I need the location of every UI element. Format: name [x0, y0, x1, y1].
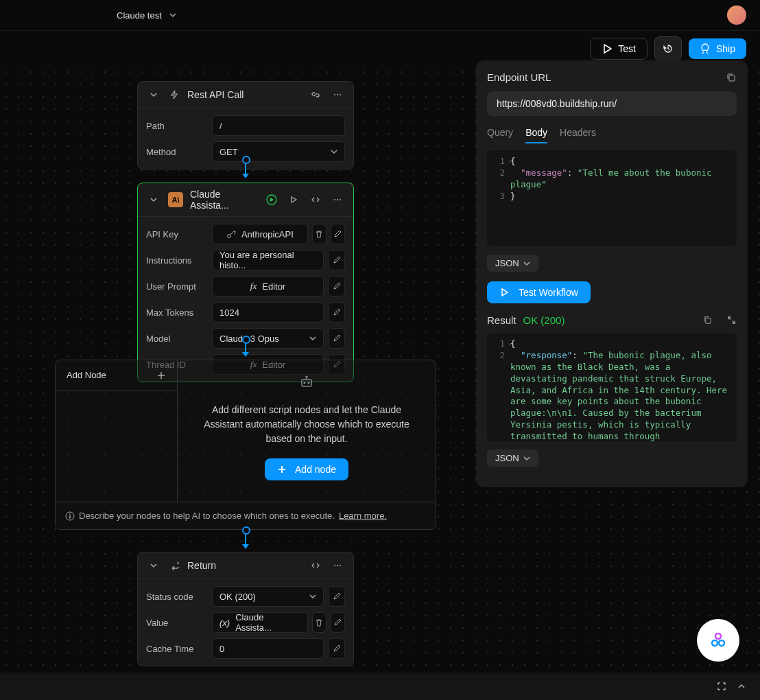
plus-icon [277, 465, 287, 474]
history-button[interactable] [654, 36, 682, 61]
connector [245, 339, 246, 355]
project-title-dropdown[interactable]: Claude test [14, 10, 178, 21]
ship-button[interactable]: Ship [689, 38, 746, 59]
chevron-down-icon [523, 260, 530, 267]
svg-point-15 [340, 565, 341, 566]
edit-icon[interactable] [328, 328, 345, 349]
connector [245, 159, 246, 177]
path-input[interactable]: / [212, 115, 345, 136]
learn-more-link[interactable]: Learn more. [339, 511, 387, 521]
status-select[interactable]: OK (200) [212, 586, 324, 607]
max-tokens-input[interactable]: 1024 [212, 302, 324, 323]
status-label: Status code [146, 592, 206, 602]
edit-icon[interactable] [328, 586, 345, 607]
svg-point-13 [334, 565, 335, 566]
collapse-icon[interactable] [146, 558, 161, 573]
user-prompt-label: User Prompt [146, 281, 206, 292]
run-filled-icon[interactable] [264, 192, 279, 207]
chevron-down-icon [167, 10, 178, 21]
svg-point-8 [227, 235, 230, 238]
more-icon[interactable] [330, 87, 345, 102]
svg-point-0 [334, 94, 335, 95]
play-icon [602, 43, 613, 54]
chevron-down-icon [309, 335, 316, 342]
add-node-header[interactable]: Add Node [56, 360, 177, 390]
delete-icon[interactable] [312, 612, 326, 633]
svg-rect-17 [706, 318, 711, 324]
edit-icon[interactable] [328, 250, 345, 270]
chevron-up-icon[interactable] [737, 681, 746, 691]
return-icon [168, 559, 180, 572]
model-select[interactable]: Claude 3 Opus [212, 328, 324, 349]
rocket-icon [700, 43, 711, 54]
var-icon: (x) [219, 618, 230, 628]
tab-headers[interactable]: Headers [560, 127, 596, 143]
history-icon [663, 43, 674, 54]
path-label: Path [146, 121, 206, 131]
value-label: Value [146, 618, 206, 628]
edit-icon[interactable] [328, 276, 345, 296]
more-icon[interactable] [330, 558, 345, 573]
copy-icon[interactable] [702, 315, 713, 325]
api-key-field[interactable]: AnthropicAPI [212, 224, 308, 244]
play-icon[interactable] [286, 192, 301, 207]
expand-icon[interactable] [726, 315, 737, 325]
cache-input[interactable]: 0 [212, 638, 324, 659]
code-icon[interactable] [308, 558, 323, 573]
tab-body[interactable]: Body [525, 127, 547, 143]
body-format-select[interactable]: JSON [487, 255, 538, 272]
tab-query[interactable]: Query [487, 127, 513, 143]
lightning-icon [168, 89, 180, 101]
svg-point-5 [334, 199, 335, 200]
cache-label: Cache Time [146, 644, 206, 654]
svg-point-10 [304, 382, 306, 384]
test-button[interactable]: Test [590, 38, 648, 60]
fullscreen-icon[interactable] [716, 681, 727, 692]
collapse-icon[interactable] [146, 87, 161, 102]
svg-point-11 [308, 382, 310, 384]
endpoint-url-value[interactable]: https://008vd0.buildship.run/ [487, 91, 737, 116]
node-title: Return [187, 560, 301, 571]
play-icon [499, 288, 509, 297]
request-body-editor[interactable]: 1⌄{ 2 "message": "Tell me about the bubo… [487, 150, 737, 246]
endpoint-url-label: Endpoint URL [487, 71, 551, 83]
add-node-button[interactable]: Add node [265, 458, 348, 480]
result-viewer[interactable]: 1⌄{ 2 "response": "The bubonic plague, a… [487, 333, 737, 441]
instructions-input[interactable]: You are a personal histo... [212, 250, 324, 270]
copy-icon[interactable] [726, 72, 737, 83]
edit-icon[interactable] [328, 638, 345, 659]
node-title: Rest API Call [187, 89, 301, 100]
user-prompt-field[interactable]: fxEditor [212, 276, 324, 296]
edit-icon[interactable] [331, 224, 345, 244]
avatar[interactable] [727, 5, 746, 25]
svg-point-6 [337, 199, 338, 200]
link-icon[interactable] [308, 87, 323, 102]
node-return[interactable]: Return Status code OK (200) Value (x)Cla… [137, 552, 354, 666]
node-container[interactable]: Add Node Add different script nodes and … [55, 360, 436, 530]
info-icon [65, 511, 75, 521]
result-status: OK (200) [523, 314, 565, 326]
test-workflow-button[interactable]: Test Workflow [487, 281, 591, 303]
container-description: Add different script nodes and let the C… [198, 403, 415, 446]
robot-icon [298, 374, 315, 390]
result-label: Result [487, 314, 516, 326]
node-title: Claude Assista... [190, 189, 257, 211]
collapse-icon[interactable] [146, 192, 161, 207]
help-fab[interactable] [697, 619, 739, 662]
delete-icon[interactable] [312, 224, 326, 244]
method-select[interactable]: GET [212, 141, 345, 162]
svg-point-2 [340, 94, 341, 95]
edit-icon[interactable] [331, 612, 345, 633]
value-field[interactable]: (x)Claude Assista... [212, 612, 308, 633]
test-panel: Endpoint URL https://008vd0.buildship.ru… [476, 60, 748, 487]
api-key-label: API Key [146, 229, 206, 240]
svg-point-7 [340, 199, 341, 200]
max-tokens-label: Max Tokens [146, 307, 206, 318]
result-format-select[interactable]: JSON [487, 450, 538, 467]
instructions-label: Instructions [146, 255, 206, 266]
code-icon[interactable] [308, 192, 323, 207]
method-label: Method [146, 147, 206, 157]
more-icon[interactable] [330, 192, 345, 207]
edit-icon[interactable] [328, 302, 345, 323]
project-title: Claude test [117, 10, 162, 21]
